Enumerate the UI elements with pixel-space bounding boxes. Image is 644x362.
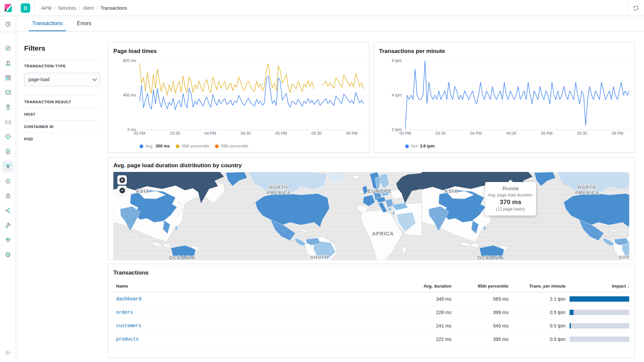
breadcrumb-apm[interactable]: APM [41, 5, 51, 11]
line-chart [405, 61, 629, 130]
x-tick-label: 03 PM [134, 131, 146, 136]
nav-dashboard[interactable] [0, 70, 16, 85]
impact-bar [570, 337, 629, 342]
nav-stack-monitoring[interactable] [0, 233, 16, 247]
transaction-link-dashboard[interactable]: dashboard [116, 296, 142, 302]
transaction-type-select[interactable]: page-load [24, 73, 100, 86]
x-tick-label: 05:30 [577, 131, 587, 136]
x-tick-label: 04:30 [506, 131, 516, 136]
col-tpm[interactable]: Trans. per minute [508, 281, 566, 292]
nav-management[interactable] [0, 247, 16, 262]
table-title: Transactions [113, 269, 629, 276]
filter-label: TRANSACTION TYPE [24, 64, 100, 68]
tooltip-country: Russia [488, 185, 533, 191]
page-load-times-plot[interactable] [140, 61, 364, 130]
transactions-table: Name Avg. duration 95th percentile Trans… [113, 281, 629, 346]
filter-container-id[interactable]: CONTAINER ID [24, 120, 100, 133]
zoom-in-button[interactable]: + [117, 175, 127, 185]
collapse-nav-icon[interactable] [0, 345, 16, 360]
col-avg-duration[interactable]: Avg. duration [394, 281, 451, 292]
chart-legend: Avg. 300 ms 95th percentile 99th percent… [140, 144, 364, 148]
map-zoom-controls: + − [117, 175, 127, 195]
side-navigation [0, 16, 16, 362]
tab-bar: Transactions Errors [16, 16, 644, 32]
nav-visualize[interactable] [0, 56, 16, 70]
map-title: Avg. page load duration distribution by … [113, 162, 629, 169]
chart-title: Page load times [113, 48, 364, 55]
nav-siem[interactable] [0, 188, 16, 203]
col-95th[interactable]: 95th percentile [451, 281, 508, 292]
nav-discover[interactable] [0, 41, 16, 56]
tooltip-value: 370 ms [488, 198, 533, 206]
header-divider [34, 0, 35, 16]
transaction-link-products[interactable]: products [116, 337, 139, 342]
col-name[interactable]: Name [113, 281, 394, 292]
filter-transaction-result[interactable]: TRANSACTION RESULT [24, 96, 100, 108]
world-map[interactable]: ASIA NORTH AMERICA EUROPE AFRICA OCEANIA… [113, 172, 629, 260]
y-axis: 8 tpm 4 tpm 0 tpm [379, 61, 405, 130]
chart-legend: N/A 3.6 tpm [405, 144, 629, 148]
impact-bar [570, 323, 629, 328]
nav-machine-learning[interactable] [0, 115, 16, 129]
filter-transaction-type: TRANSACTION TYPE page-load [24, 60, 100, 96]
nav-canvas[interactable] [0, 85, 16, 100]
kibana-logo[interactable] [0, 3, 16, 13]
tpm-plot[interactable] [405, 61, 629, 130]
line-chart [140, 61, 364, 130]
tab-errors[interactable]: Errors [73, 16, 95, 31]
x-tick-label: 04:30 [240, 131, 251, 136]
legend-avg[interactable]: Avg. 300 ms [140, 144, 170, 148]
chart-title: Transactions per minute [379, 48, 629, 55]
world-map-svg: ASIA NORTH AMERICA EUROPE AFRICA OCEANIA… [113, 172, 629, 260]
x-tick-label: 05:30 [311, 131, 321, 136]
top-header: D APM / Services / client / Transactions [0, 0, 644, 16]
col-impact[interactable]: Impact ↓ [566, 281, 629, 292]
table-row: products 222 ms 395 ms 0.5 tpm [113, 333, 629, 346]
nav-apm[interactable] [0, 159, 16, 174]
nav-uptime[interactable] [0, 174, 16, 188]
nav-infrastructure[interactable] [0, 129, 16, 144]
x-axis: 03 PM03:3004 PM04:3005 PM05:3006 PM [140, 131, 364, 136]
filter-pod[interactable]: POD [24, 133, 100, 145]
impact-bar [570, 296, 629, 302]
nav-graph[interactable] [0, 203, 16, 218]
x-tick-label: 03:30 [170, 131, 180, 136]
nav-dev-tools[interactable] [0, 218, 16, 233]
breadcrumb: APM / Services / client / Transactions [41, 5, 127, 11]
x-axis: 03 PM03:3004 PM04:3005 PM05:3006 PM [405, 131, 629, 136]
breadcrumb-transactions: Transactions [100, 5, 127, 11]
filters-panel: Filters TRANSACTION TYPE page-load TRANS… [24, 44, 100, 362]
x-tick-label: 05 PM [541, 131, 553, 136]
legend-95th[interactable]: 95th percentile [176, 144, 209, 148]
filter-host[interactable]: HOST [24, 108, 100, 120]
breadcrumb-client[interactable]: client [83, 5, 94, 11]
nav-recently-viewed[interactable] [0, 16, 16, 32]
map-tooltip: Russia Avg. page load duration: 370 ms (… [485, 182, 536, 216]
table-row: customers 241 ms 540 ms 0.5 tpm [113, 319, 629, 333]
help-menu-icon[interactable] [628, 0, 644, 16]
zoom-out-button[interactable]: − [117, 186, 127, 195]
table-row: dashboard 348 ms 565 ms 2.1 tpm [113, 292, 629, 306]
chevron-down-icon [92, 76, 97, 81]
impact-bar [570, 310, 629, 315]
x-tick-label: 06 PM [346, 131, 358, 136]
x-tick-label: 04 PM [470, 131, 482, 136]
nav-logs[interactable] [0, 144, 16, 159]
y-axis: 800 ms 400 ms 0 ms [113, 61, 140, 130]
legend-99th[interactable]: 99th percentile [215, 144, 248, 148]
nav-maps[interactable] [0, 100, 16, 115]
space-badge[interactable]: D [21, 3, 30, 13]
transaction-link-orders[interactable]: orders [116, 310, 133, 315]
x-tick-label: 03 PM [399, 131, 411, 136]
transactions-per-minute-panel: Transactions per minute 8 tpm 4 tpm 0 tp… [373, 42, 635, 153]
breadcrumb-services[interactable]: Services [58, 5, 76, 11]
transaction-link-customers[interactable]: customers [116, 323, 142, 328]
legend-tpm[interactable]: N/A 3.6 tpm [405, 144, 435, 148]
x-tick-label: 04 PM [205, 131, 216, 136]
x-tick-label: 05 PM [275, 131, 287, 136]
table-row: orders 228 ms 399 ms 0.5 tpm [113, 306, 629, 319]
country-distribution-panel: Avg. page load duration distribution by … [108, 157, 635, 260]
tab-transactions[interactable]: Transactions [29, 16, 66, 31]
filters-title: Filters [24, 44, 100, 52]
page-load-times-panel: Page load times 800 ms 400 ms 0 ms 03 PM… [108, 42, 369, 153]
